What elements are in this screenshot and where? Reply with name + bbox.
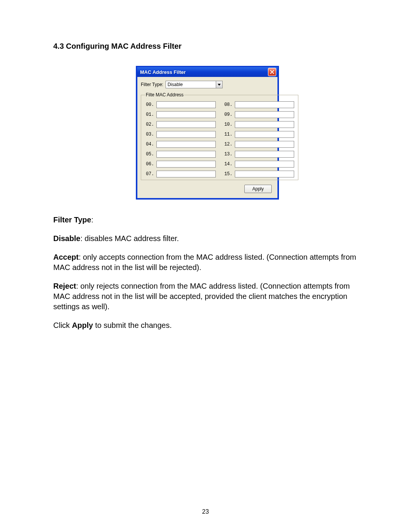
mac-entry: 13. — [223, 151, 294, 158]
mac-entry: 15. — [223, 171, 294, 177]
mac-entry: 03. — [145, 131, 216, 138]
mac-entry: 12. — [223, 141, 294, 148]
mac-entry-input[interactable] — [156, 171, 216, 177]
click-prefix: Click — [53, 321, 72, 329]
mac-entry-index: 11. — [223, 132, 233, 137]
mac-entry: 05. — [145, 151, 216, 158]
reject-term: Reject — [53, 282, 76, 290]
dialog-titlebar[interactable]: MAC Address Filter — [137, 67, 278, 77]
click-suffix: to submit the changes. — [93, 321, 172, 329]
mac-entry-index: 07. — [145, 171, 154, 177]
mac-entry-index: 12. — [223, 142, 233, 147]
colon: : — [91, 216, 94, 224]
mac-filter-dialog: MAC Address Filter Filter Type: Disable — [136, 66, 279, 200]
filter-type-label: Filter Type: — [141, 82, 163, 87]
dialog-screenshot: MAC Address Filter Filter Type: Disable — [53, 66, 362, 200]
mac-entry: 10. — [223, 121, 294, 128]
mac-entry-input[interactable] — [235, 131, 294, 138]
dialog-title: MAC Address Filter — [140, 69, 186, 75]
accept-term: Accept — [53, 253, 79, 261]
disable-text: : disables MAC address filter. — [80, 234, 179, 243]
mac-entry: 08. — [223, 101, 294, 108]
filter-type-value: Disable — [167, 82, 183, 87]
mac-entry-index: 05. — [145, 152, 154, 157]
mac-entry-index: 13. — [223, 152, 233, 157]
mac-address-grid: 00.08.01.09.02.10.03.11.04.12.05.13.06.1… — [145, 101, 294, 177]
mac-fieldset-legend: Filte MAC Address — [145, 92, 184, 97]
page-number: 23 — [0, 508, 411, 515]
mac-entry-input[interactable] — [156, 151, 216, 158]
mac-entry-input[interactable] — [235, 171, 294, 177]
mac-entry-index: 06. — [145, 161, 154, 167]
dialog-button-row: Apply — [141, 185, 274, 193]
mac-entry: 14. — [223, 161, 294, 168]
mac-entry-index: 10. — [223, 122, 233, 127]
mac-entry-index: 00. — [145, 102, 154, 107]
mac-entry-index: 01. — [145, 112, 154, 117]
mac-entry: 11. — [223, 131, 294, 138]
section-heading: 4.3 Configuring MAC Address Filter — [53, 42, 362, 51]
accept-text: : only accepts connection from the MAC a… — [53, 253, 356, 272]
description-block: Filter Type: Disable: disables MAC addre… — [53, 215, 362, 331]
mac-entry-index: 02. — [145, 122, 154, 127]
mac-entry-input[interactable] — [235, 101, 294, 108]
mac-entry-index: 08. — [223, 102, 233, 107]
disable-term: Disable — [53, 234, 80, 243]
mac-entry-input[interactable] — [235, 111, 294, 118]
document-page: 4.3 Configuring MAC Address Filter MAC A… — [0, 0, 411, 532]
mac-entry-input[interactable] — [235, 141, 294, 148]
mac-entry-input[interactable] — [235, 151, 294, 158]
filter-type-row: Filter Type: Disable — [141, 81, 274, 88]
mac-entry: 06. — [145, 161, 216, 168]
reject-text: : only rejects connection from the MAC a… — [53, 282, 350, 311]
mac-entry-input[interactable] — [156, 111, 216, 118]
mac-entry-index: 09. — [223, 112, 233, 117]
mac-address-fieldset: Filte MAC Address 00.08.01.09.02.10.03.1… — [141, 92, 298, 180]
mac-entry-input[interactable] — [156, 131, 216, 138]
mac-entry: 01. — [145, 111, 216, 118]
mac-entry-input[interactable] — [235, 121, 294, 128]
mac-entry-index: 04. — [145, 142, 154, 147]
chevron-down-icon[interactable] — [216, 81, 222, 88]
mac-entry: 09. — [223, 111, 294, 118]
mac-entry-index: 14. — [223, 161, 233, 167]
filter-type-select[interactable]: Disable — [166, 81, 223, 88]
close-icon — [270, 70, 274, 74]
mac-entry-input[interactable] — [235, 161, 294, 168]
mac-entry-input[interactable] — [156, 101, 216, 108]
mac-entry: 02. — [145, 121, 216, 128]
mac-entry-input[interactable] — [156, 161, 216, 168]
mac-entry-index: 03. — [145, 132, 154, 137]
mac-entry-index: 15. — [223, 171, 233, 177]
mac-entry: 04. — [145, 141, 216, 148]
mac-entry: 07. — [145, 171, 216, 177]
close-button[interactable] — [268, 68, 276, 76]
mac-entry: 00. — [145, 101, 216, 108]
mac-entry-input[interactable] — [156, 121, 216, 128]
apply-button[interactable]: Apply — [244, 185, 272, 193]
apply-word: Apply — [72, 321, 93, 329]
filter-type-term: Filter Type — [53, 216, 91, 224]
dialog-body: Filter Type: Disable Filte MAC Address 0… — [137, 77, 278, 198]
mac-entry-input[interactable] — [156, 141, 216, 148]
